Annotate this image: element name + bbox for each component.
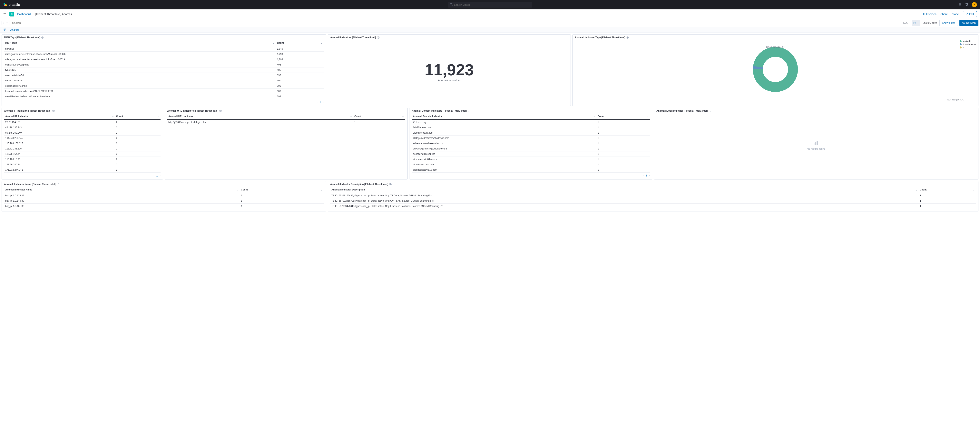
table-row[interactable]: type:OSINT405 bbox=[4, 67, 324, 73]
info-icon[interactable]: i bbox=[57, 183, 59, 185]
info-icon[interactable]: i bbox=[220, 110, 222, 112]
svg-point-4 bbox=[959, 3, 961, 6]
table-row[interactable]: 3dn95masks.com1 bbox=[412, 125, 650, 130]
col-url[interactable]: Anomali URL Indicator⌄ bbox=[167, 113, 353, 120]
breadcrumb-dashboard[interactable]: Dashboard bbox=[17, 13, 31, 16]
table-row[interactable]: osint:certainty=50395 bbox=[4, 73, 324, 78]
table-row[interactable]: 115.76.164.442 bbox=[4, 152, 161, 157]
pager-prev[interactable]: ‹ bbox=[154, 174, 154, 177]
fullscreen-button[interactable]: Full screen bbox=[923, 13, 936, 16]
pager-page[interactable]: 1 bbox=[646, 174, 647, 177]
col-count[interactable]: Count⌄ bbox=[919, 187, 976, 193]
table-row[interactable]: airbornecovidkiller.com1 bbox=[412, 157, 650, 162]
calendar-icon[interactable] bbox=[912, 20, 920, 26]
table-row[interactable]: 3ionganticovid.com1 bbox=[412, 130, 650, 136]
table-row[interactable]: 211covid.org1 bbox=[412, 120, 650, 125]
user-avatar[interactable]: • bbox=[972, 2, 977, 7]
filter-settings-icon[interactable]: ⊕ bbox=[3, 28, 6, 31]
info-icon[interactable]: i bbox=[709, 110, 711, 112]
edit-button[interactable]: Edit bbox=[963, 11, 977, 17]
info-icon[interactable]: i bbox=[626, 36, 628, 38]
table-row[interactable]: cossi:TLP=white300 bbox=[4, 78, 324, 83]
col-count[interactable]: Count⌄ bbox=[353, 113, 405, 120]
info-icon[interactable]: i bbox=[41, 36, 44, 38]
info-icon[interactable]: i bbox=[52, 110, 55, 112]
legend-item[interactable]: domain-name bbox=[959, 43, 976, 46]
table-row[interactable]: 40daycovidrecoverychallenge.com1 bbox=[412, 136, 650, 141]
table-row[interactable]: 115.72.133.1062 bbox=[4, 146, 161, 152]
table-row[interactable]: TS ID: 55703245573; iType: scan_ip; Stat… bbox=[330, 198, 976, 204]
pager-page[interactable]: 1 bbox=[156, 174, 158, 177]
cell-value: albertsonscovid19.com bbox=[412, 167, 597, 172]
pager-next[interactable]: › bbox=[649, 174, 650, 177]
table-row[interactable]: 27.70.134.1692 bbox=[4, 120, 161, 125]
pager-page[interactable]: 1 bbox=[320, 101, 321, 104]
space-selector[interactable]: D bbox=[10, 12, 14, 16]
col-domain[interactable]: Anomali Domain Indicator⌄ bbox=[412, 113, 597, 120]
table-row[interactable]: 167.99.240.2412 bbox=[4, 162, 161, 167]
table-row[interactable]: 171.232.244.1412 bbox=[4, 167, 161, 172]
kql-toggle[interactable]: KQL bbox=[901, 21, 910, 24]
table-row[interactable]: albertsonscovid19.com1 bbox=[412, 167, 650, 172]
donut-chart[interactable] bbox=[748, 42, 803, 97]
table-row[interactable]: 104.248.200.1452 bbox=[4, 136, 161, 141]
table-row[interactable]: TS ID: 55709347841; iType: scan_ip; Stat… bbox=[330, 204, 976, 209]
info-icon[interactable]: i bbox=[468, 110, 470, 112]
table-row[interactable]: fr-classif:non-classifiees=NON-CLASSIFIE… bbox=[4, 89, 324, 94]
legend-item[interactable]: url bbox=[959, 46, 976, 49]
show-dates-button[interactable]: Show dates bbox=[939, 20, 958, 26]
share-button[interactable]: Share bbox=[940, 13, 948, 16]
col-misp-tags[interactable]: MISP Tags⌄ bbox=[4, 40, 276, 46]
table-row[interactable]: advantagenursingcovidcare.com1 bbox=[412, 146, 650, 152]
table-row[interactable]: http://j90618up.beget.tech/login.php1 bbox=[167, 120, 405, 125]
query-input[interactable] bbox=[11, 20, 899, 26]
pager-next[interactable]: › bbox=[160, 174, 161, 177]
col-count[interactable]: Count⌄ bbox=[240, 187, 324, 193]
table-row[interactable]: 89.248.168.2402 bbox=[4, 130, 161, 136]
table-row[interactable]: tlp:white1,849 bbox=[4, 46, 324, 51]
hamburger-icon[interactable] bbox=[3, 13, 6, 16]
pager-prev[interactable]: ‹ bbox=[643, 174, 644, 177]
query-options-toggle[interactable] bbox=[2, 21, 10, 25]
col-count[interactable]: Count⌄ bbox=[115, 113, 161, 120]
table-row[interactable]: aeriscovidkiller.online1 bbox=[412, 152, 650, 157]
table-row[interactable]: cossi:RechercheSourceOuverte=Autorisee29… bbox=[4, 94, 324, 99]
refresh-button[interactable]: Refresh bbox=[959, 20, 978, 26]
legend-item[interactable]: ipv4-addr bbox=[959, 40, 976, 42]
table-row[interactable]: 42.118.135.2432 bbox=[4, 125, 161, 130]
col-count[interactable]: Count⌄ bbox=[276, 40, 324, 46]
table-row[interactable]: advancedcovidresearch.com1 bbox=[412, 141, 650, 146]
col-count[interactable]: Count⌄ bbox=[597, 113, 650, 120]
date-picker[interactable]: Last 90 days Show dates bbox=[912, 20, 958, 26]
table-row[interactable]: 116.106.18.912 bbox=[4, 157, 161, 162]
panel-email-indicator: Anomali Email Indicator [Filebeat Threat… bbox=[654, 108, 978, 179]
table-row[interactable]: misp-galaxy:mitre-enterprise-attack-tool… bbox=[4, 57, 324, 62]
clone-button[interactable]: Clone bbox=[951, 13, 959, 16]
table-row[interactable]: misp-galaxy:mitre-enterprise-attack-tool… bbox=[4, 51, 324, 57]
table-row[interactable]: bot_ip: 1.0.161.391 bbox=[4, 204, 324, 209]
global-search-input[interactable] bbox=[448, 2, 532, 8]
table-row[interactable]: albertsonscovid.com1 bbox=[412, 162, 650, 167]
pager-next[interactable]: › bbox=[323, 101, 324, 104]
col-desc[interactable]: Anomali Indicator Description⌄ bbox=[330, 187, 919, 193]
refresh-icon bbox=[962, 22, 965, 24]
table-row[interactable]: osint:lifetime=perpetual405 bbox=[4, 62, 324, 67]
donut-label-bottom: ipv4-addr (97.81%) bbox=[947, 99, 964, 101]
info-icon[interactable]: i bbox=[377, 36, 379, 38]
cell-count: 395 bbox=[276, 73, 324, 78]
panel-title: Anomali Indicator Name [Filebeat Threat … bbox=[4, 183, 56, 185]
newsfeed-icon[interactable] bbox=[958, 3, 962, 6]
logo[interactable]: elastic bbox=[3, 3, 20, 7]
donut-label-top: domain-name (2.18%) bbox=[766, 46, 785, 48]
help-icon[interactable] bbox=[965, 3, 968, 6]
add-filter-button[interactable]: + Add filter bbox=[8, 29, 21, 31]
pager-prev[interactable]: ‹ bbox=[317, 101, 318, 104]
info-icon[interactable]: i bbox=[389, 183, 391, 185]
table-row[interactable]: 113.168.106.1262 bbox=[4, 141, 161, 146]
table-row[interactable]: cossi:fiabilite=Bonne300 bbox=[4, 83, 324, 89]
col-name[interactable]: Anomali Indicator Name⌄ bbox=[4, 187, 240, 193]
table-row[interactable]: TS ID: 55393175489; iType: scan_ip; Stat… bbox=[330, 193, 976, 198]
col-ip[interactable]: Anomali IP Indicator⌄ bbox=[4, 113, 115, 120]
table-row[interactable]: bot_ip: 1.0.138.221 bbox=[4, 193, 324, 198]
table-row[interactable]: bot_ip: 1.0.149.381 bbox=[4, 198, 324, 204]
